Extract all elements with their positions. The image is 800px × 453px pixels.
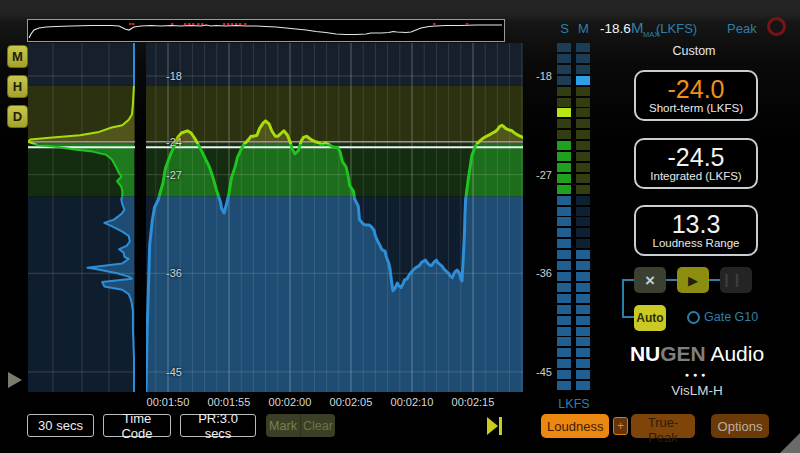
meter-segment xyxy=(576,316,590,325)
meter-segment xyxy=(576,228,590,237)
gate-radio[interactable] xyxy=(687,311,700,324)
time-label-00:01:55: 00:01:55 xyxy=(208,396,251,408)
auto-button[interactable]: Auto xyxy=(634,305,666,331)
meter-segment xyxy=(557,130,571,139)
transport-connector-2 xyxy=(709,279,720,281)
skip-to-live-button[interactable] xyxy=(487,417,503,435)
time-label-00:01:50: 00:01:50 xyxy=(147,396,190,408)
tab-loudness[interactable]: Loudness xyxy=(541,414,609,438)
meter-segment xyxy=(576,76,590,85)
meter-segment xyxy=(576,119,590,128)
meter-segment xyxy=(557,152,571,161)
time-label-00:02:15: 00:02:15 xyxy=(452,396,495,408)
history-scroll-button[interactable] xyxy=(5,370,25,390)
mmax-unit-label: (LKFS) xyxy=(656,21,697,36)
time-axis: 00:01:5000:01:5500:02:0000:02:0500:02:10… xyxy=(146,396,523,410)
mode-button-d-label: D xyxy=(13,109,22,124)
clear-button[interactable]: Clear xyxy=(301,414,335,437)
meter-segment xyxy=(576,87,590,96)
time-label-00:02:00: 00:02:00 xyxy=(269,396,312,408)
peak-label: Peak xyxy=(727,21,757,36)
mode-button-d[interactable]: D xyxy=(7,105,28,128)
meter-segment xyxy=(576,261,590,270)
meter-segment xyxy=(576,141,590,150)
gate-label: Gate G10 xyxy=(704,310,758,324)
reset-button[interactable]: × xyxy=(634,267,666,293)
meter-segment xyxy=(576,98,590,107)
mode-button-m-label: M xyxy=(12,49,23,64)
overview-waveform xyxy=(28,20,504,41)
meter-segment xyxy=(576,43,590,52)
meter-segment xyxy=(557,283,571,292)
time-mode-button[interactable]: Time Code xyxy=(103,414,171,437)
momentary-meter-bar xyxy=(576,43,590,392)
meter-segment xyxy=(557,43,571,52)
resize-handle[interactable] xyxy=(780,433,800,453)
meter-segment xyxy=(557,207,571,216)
loudness-range-value: 13.3 xyxy=(672,212,721,236)
meter-m-header: M xyxy=(576,21,591,36)
meter-segment xyxy=(557,381,571,390)
meter-segment xyxy=(576,217,590,226)
skip-to-end-icon xyxy=(487,417,503,435)
mode-button-m[interactable]: M xyxy=(7,45,28,68)
meter-scale--36: -36 xyxy=(528,267,552,279)
histogram-panel[interactable] xyxy=(28,43,135,392)
mark-button[interactable]: Mark xyxy=(266,414,301,437)
meter-segment xyxy=(576,381,590,390)
loudness-range-readout[interactable]: 13.3 Loudness Range xyxy=(634,205,758,256)
titlebar xyxy=(0,0,800,15)
meter-segment xyxy=(576,65,590,74)
meter-segment xyxy=(557,196,571,205)
brand-nu: NU xyxy=(630,342,660,365)
meter-segment xyxy=(576,163,590,172)
play-icon: ▶ xyxy=(688,273,698,288)
meter-segment xyxy=(557,76,571,85)
meter-segment xyxy=(576,348,590,357)
window-length-button[interactable]: 30 secs xyxy=(27,414,94,437)
integrated-readout[interactable]: -24.5 Integrated (LKFS) xyxy=(634,138,758,189)
meter-scale--45: -45 xyxy=(528,366,552,378)
y-label--18: -18 xyxy=(166,70,182,82)
short-term-meter-bar xyxy=(557,43,571,392)
meter-segment xyxy=(576,130,590,139)
pause-button[interactable]: ▎▎ xyxy=(720,267,752,293)
product-name: VisLM-H xyxy=(597,383,797,398)
meter-segment xyxy=(557,272,571,281)
meter-segment xyxy=(557,54,571,63)
brand-gen: GEN xyxy=(660,342,706,365)
integrated-value: -24.5 xyxy=(668,145,725,169)
tab-true-peak[interactable]: True-Peak xyxy=(631,414,695,438)
peak-indicator-lamp[interactable] xyxy=(767,17,786,36)
pr-setting-button[interactable]: PR:3.0 secs xyxy=(180,414,256,437)
time-label-00:02:05: 00:02:05 xyxy=(330,396,373,408)
y-label--24: -24 xyxy=(166,136,182,148)
meter-segment xyxy=(557,141,571,150)
overview-strip[interactable] xyxy=(27,19,505,42)
brand-logo: NUGEN Audio xyxy=(597,342,797,366)
meter-segment xyxy=(557,174,571,183)
meter-segment xyxy=(557,348,571,357)
meter-segment xyxy=(576,283,590,292)
meter-segment xyxy=(557,108,571,117)
y-label--45: -45 xyxy=(166,366,182,378)
short-term-readout[interactable]: -24.0 Short-term (LKFS) xyxy=(634,70,758,121)
meter-segment xyxy=(576,185,590,194)
meter-segment xyxy=(576,174,590,183)
loudness-range-label: Loudness Range xyxy=(653,236,740,250)
meter-segment xyxy=(557,98,571,107)
tab-add-button[interactable]: + xyxy=(613,417,628,435)
play-button[interactable]: ▶ xyxy=(677,267,709,293)
meter-segment xyxy=(557,119,571,128)
meter-segment xyxy=(557,261,571,270)
loudness-graph[interactable]: -18-24-27-36-45 xyxy=(146,43,523,392)
brand-audio: Audio xyxy=(706,342,764,365)
meter-segment xyxy=(576,207,590,216)
meter-segment xyxy=(557,185,571,194)
meter-segment xyxy=(576,54,590,63)
mode-button-h[interactable]: H xyxy=(7,75,28,98)
meter-unit-label: LKFS xyxy=(549,397,599,411)
preset-name[interactable]: Custom xyxy=(634,44,754,58)
tab-options[interactable]: Options xyxy=(711,414,769,438)
meter-segment xyxy=(557,337,571,346)
